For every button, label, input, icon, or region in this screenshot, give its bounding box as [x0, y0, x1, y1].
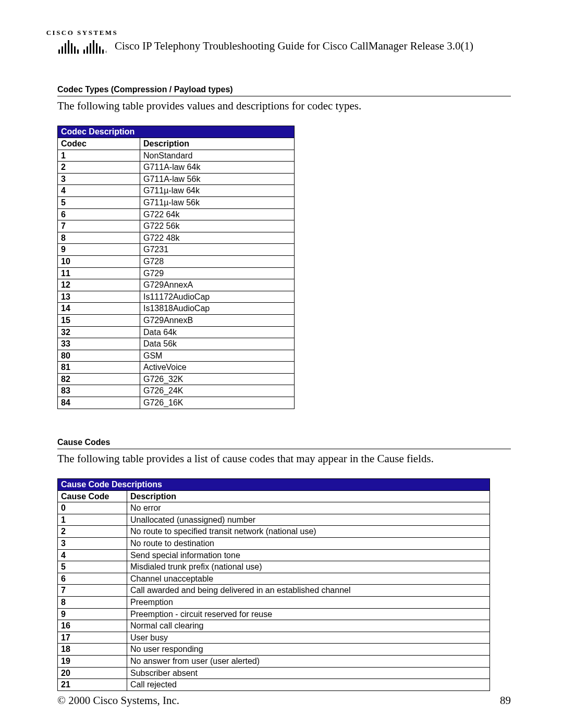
codec-col-header-code: Codec	[58, 138, 140, 150]
codec-desc: ActiveVoice	[140, 362, 295, 374]
cause-code: 20	[58, 667, 127, 679]
cause-desc: Preemption - circuit reserved for reuse	[127, 608, 490, 620]
cause-row: 1Unallocated (unassigned) number	[58, 514, 490, 526]
codec-row: 5G711µ-law 56k	[58, 196, 295, 208]
page-footer: © 2000 Cisco Systems, Inc. 89	[57, 694, 511, 707]
cause-desc: Unallocated (unassigned) number	[127, 514, 490, 526]
page-header: CISCO SYSTEMS	[57, 29, 511, 54]
cause-code: 0	[58, 502, 127, 514]
codec-desc: GSM	[140, 350, 295, 362]
codec-code: 1	[58, 150, 140, 162]
codec-desc: G7231	[140, 244, 295, 256]
cause-row: 5Misdialed trunk prefix (national use)	[58, 561, 490, 573]
cause-desc: Call awarded and being delivered in an e…	[127, 585, 490, 597]
svg-rect-7	[83, 50, 85, 54]
cause-code: 8	[58, 597, 127, 609]
codec-desc: G729AnnexA	[140, 279, 295, 291]
codec-desc: G722 64k	[140, 208, 295, 220]
cisco-bridge-icon: ®	[57, 39, 107, 54]
cisco-logo-text: CISCO SYSTEMS	[46, 29, 118, 37]
page-number: 89	[500, 694, 511, 707]
cause-desc: Subscriber absent	[127, 667, 490, 679]
codec-desc: G726_32K	[140, 373, 295, 385]
svg-rect-1	[62, 46, 63, 54]
cause-code: 4	[58, 549, 127, 561]
codec-desc: Is13818AudioCap	[140, 303, 295, 315]
codec-row: 11G729	[58, 267, 295, 279]
copyright-text: © 2000 Cisco Systems, Inc.	[57, 694, 179, 707]
cause-table-title: Cause Code Descriptions	[58, 478, 490, 490]
codec-code: 11	[58, 267, 140, 279]
codec-row: 83G726_24K	[58, 385, 295, 397]
codec-code: 15	[58, 314, 140, 326]
svg-rect-3	[68, 40, 69, 54]
cause-row: 17User busy	[58, 632, 490, 644]
codec-row: 2G711A-law 64k	[58, 162, 295, 174]
cause-code: 19	[58, 655, 127, 667]
cause-desc: Call rejected	[127, 679, 490, 691]
svg-rect-5	[74, 46, 76, 54]
cause-code: 6	[58, 573, 127, 585]
cause-code: 7	[58, 585, 127, 597]
section-heading-codec: Codec Types (Compression / Payload types…	[57, 85, 511, 96]
codec-code: 84	[58, 397, 140, 409]
codec-desc: G711A-law 56k	[140, 173, 295, 185]
cause-row: 16Normal call clearing	[58, 620, 490, 632]
codec-desc: NonStandard	[140, 150, 295, 162]
codec-code: 9	[58, 244, 140, 256]
codec-row: 6G722 64k	[58, 208, 295, 220]
codec-code: 14	[58, 303, 140, 315]
codec-row: 8G722 48k	[58, 232, 295, 244]
svg-rect-0	[58, 50, 60, 54]
codec-row: 10G728	[58, 255, 295, 267]
svg-rect-12	[99, 46, 101, 54]
codec-desc: G729AnnexB	[140, 314, 295, 326]
codec-code: 83	[58, 385, 140, 397]
codec-row: 15G729AnnexB	[58, 314, 295, 326]
cause-code: 5	[58, 561, 127, 573]
cause-desc: Preemption	[127, 597, 490, 609]
cause-row: 18No user responding	[58, 644, 490, 656]
codec-code: 13	[58, 291, 140, 303]
codec-desc: G726_16K	[140, 397, 295, 409]
cause-row: 7Call awarded and being delivered in an …	[58, 585, 490, 597]
cause-row: 6Channel unacceptable	[58, 573, 490, 585]
section-heading-cause: Cause Codes	[57, 438, 511, 449]
codec-row: 9G7231	[58, 244, 295, 256]
svg-rect-9	[90, 43, 91, 54]
cause-desc: No answer from user (user alerted)	[127, 655, 490, 667]
cause-row: 2No route to specified transit network (…	[58, 526, 490, 538]
codec-row: 81ActiveVoice	[58, 362, 295, 374]
cause-col-header-code: Cause Code	[58, 490, 127, 502]
cause-row: 0No error	[58, 502, 490, 514]
cause-desc: User busy	[127, 632, 490, 644]
cause-desc: Send special information tone	[127, 549, 490, 561]
section-intro-codec: The following table provides values and …	[57, 100, 511, 113]
codec-desc: Data 56k	[140, 338, 295, 350]
codec-table: Codec Description Codec Description 1Non…	[57, 126, 295, 409]
codec-code: 2	[58, 162, 140, 174]
cause-row: 3No route to destination	[58, 538, 490, 550]
codec-row: 1NonStandard	[58, 150, 295, 162]
codec-row: 33Data 56k	[58, 338, 295, 350]
codec-code: 7	[58, 220, 140, 232]
cause-desc: No error	[127, 502, 490, 514]
codec-row: 80GSM	[58, 350, 295, 362]
codec-code: 3	[58, 173, 140, 185]
section-intro-cause: The following table provides a list of c…	[57, 452, 511, 465]
codec-code: 81	[58, 362, 140, 374]
svg-rect-6	[77, 50, 79, 54]
svg-rect-11	[96, 43, 97, 54]
codec-desc: Data 64k	[140, 326, 295, 338]
codec-row: 3G711A-law 56k	[58, 173, 295, 185]
svg-text:®: ®	[105, 51, 107, 54]
cause-col-header-desc: Description	[127, 490, 490, 502]
codec-desc: G711A-law 64k	[140, 162, 295, 174]
codec-col-header-desc: Description	[140, 138, 295, 150]
cause-row: 21Call rejected	[58, 679, 490, 691]
cause-row: 9Preemption - circuit reserved for reuse	[58, 608, 490, 620]
codec-code: 12	[58, 279, 140, 291]
codec-row: 14Is13818AudioCap	[58, 303, 295, 315]
codec-code: 5	[58, 196, 140, 208]
codec-code: 33	[58, 338, 140, 350]
